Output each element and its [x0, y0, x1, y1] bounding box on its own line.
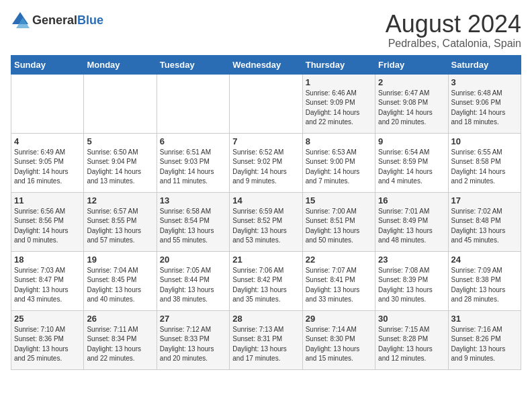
- header-day-monday: Monday: [84, 55, 157, 74]
- calendar-cell: 2Sunrise: 6:47 AM Sunset: 9:08 PM Daylig…: [375, 74, 448, 133]
- day-info: Sunrise: 6:52 AM Sunset: 9:02 PM Dayligh…: [232, 148, 299, 187]
- calendar-cell: 15Sunrise: 7:00 AM Sunset: 8:51 PM Dayli…: [302, 192, 375, 251]
- day-info: Sunrise: 7:01 AM Sunset: 8:49 PM Dayligh…: [378, 207, 445, 246]
- header-day-tuesday: Tuesday: [157, 55, 229, 74]
- calendar-header: SundayMondayTuesdayWednesdayThursdayFrid…: [11, 55, 521, 74]
- day-info: Sunrise: 7:16 AM Sunset: 8:26 PM Dayligh…: [451, 325, 518, 364]
- calendar-cell: 21Sunrise: 7:06 AM Sunset: 8:42 PM Dayli…: [230, 251, 302, 310]
- day-number: 15: [306, 195, 372, 205]
- logo: GeneralBlue: [11, 11, 103, 30]
- day-info: Sunrise: 7:07 AM Sunset: 8:41 PM Dayligh…: [306, 266, 372, 305]
- day-number: 21: [232, 255, 299, 265]
- calendar-body: 1Sunrise: 6:46 AM Sunset: 9:09 PM Daylig…: [11, 74, 521, 369]
- day-number: 17: [451, 195, 518, 205]
- day-info: Sunrise: 7:02 AM Sunset: 8:48 PM Dayligh…: [451, 207, 518, 246]
- day-number: 1: [306, 77, 372, 87]
- day-number: 30: [378, 314, 445, 324]
- header-day-saturday: Saturday: [448, 55, 521, 74]
- day-info: Sunrise: 6:47 AM Sunset: 9:08 PM Dayligh…: [378, 89, 445, 128]
- calendar-cell: 30Sunrise: 7:15 AM Sunset: 8:28 PM Dayli…: [375, 310, 448, 369]
- calendar-cell: 29Sunrise: 7:14 AM Sunset: 8:30 PM Dayli…: [302, 310, 375, 369]
- day-number: 9: [378, 136, 445, 146]
- day-info: Sunrise: 7:03 AM Sunset: 8:47 PM Dayligh…: [14, 266, 81, 305]
- header-row: SundayMondayTuesdayWednesdayThursdayFrid…: [11, 55, 521, 74]
- day-number: 13: [160, 195, 226, 205]
- calendar-cell: 28Sunrise: 7:13 AM Sunset: 8:31 PM Dayli…: [230, 310, 302, 369]
- calendar-cell: 12Sunrise: 6:57 AM Sunset: 8:55 PM Dayli…: [84, 192, 157, 251]
- day-number: 19: [87, 255, 153, 265]
- calendar-cell: 24Sunrise: 7:09 AM Sunset: 8:38 PM Dayli…: [448, 251, 521, 310]
- calendar-cell: 11Sunrise: 6:56 AM Sunset: 8:56 PM Dayli…: [11, 192, 84, 251]
- day-info: Sunrise: 7:04 AM Sunset: 8:45 PM Dayligh…: [87, 266, 153, 305]
- week-row-5: 25Sunrise: 7:10 AM Sunset: 8:36 PM Dayli…: [11, 310, 521, 369]
- day-number: 31: [451, 314, 518, 324]
- day-info: Sunrise: 6:58 AM Sunset: 8:54 PM Dayligh…: [160, 207, 226, 246]
- day-number: 3: [451, 77, 518, 87]
- day-info: Sunrise: 6:51 AM Sunset: 9:03 PM Dayligh…: [160, 148, 226, 187]
- day-info: Sunrise: 7:00 AM Sunset: 8:51 PM Dayligh…: [306, 207, 372, 246]
- day-info: Sunrise: 6:56 AM Sunset: 8:56 PM Dayligh…: [14, 207, 81, 246]
- day-number: 23: [378, 255, 445, 265]
- day-number: 7: [232, 136, 299, 146]
- day-info: Sunrise: 6:59 AM Sunset: 8:52 PM Dayligh…: [232, 207, 299, 246]
- calendar-cell: 17Sunrise: 7:02 AM Sunset: 8:48 PM Dayli…: [448, 192, 521, 251]
- day-number: 6: [160, 136, 226, 146]
- day-number: 10: [451, 136, 518, 146]
- day-number: 8: [306, 136, 372, 146]
- calendar-cell: 6Sunrise: 6:51 AM Sunset: 9:03 PM Daylig…: [157, 133, 229, 192]
- day-number: 14: [232, 195, 299, 205]
- calendar-cell: 7Sunrise: 6:52 AM Sunset: 9:02 PM Daylig…: [230, 133, 302, 192]
- logo-icon: [11, 11, 30, 30]
- day-info: Sunrise: 7:11 AM Sunset: 8:34 PM Dayligh…: [87, 325, 153, 364]
- day-number: 2: [378, 77, 445, 87]
- day-number: 4: [14, 136, 81, 146]
- logo-text-general: General: [32, 13, 77, 27]
- day-number: 18: [14, 255, 81, 265]
- week-row-1: 1Sunrise: 6:46 AM Sunset: 9:09 PM Daylig…: [11, 74, 521, 133]
- day-info: Sunrise: 7:12 AM Sunset: 8:33 PM Dayligh…: [160, 325, 226, 364]
- calendar-subtitle: Pedralbes, Catalonia, Spain: [386, 38, 521, 50]
- day-info: Sunrise: 7:13 AM Sunset: 8:31 PM Dayligh…: [232, 325, 299, 364]
- day-number: 22: [306, 255, 372, 265]
- calendar-cell: 3Sunrise: 6:48 AM Sunset: 9:06 PM Daylig…: [448, 74, 521, 133]
- calendar-cell: [157, 74, 229, 133]
- day-number: 12: [87, 195, 153, 205]
- day-number: 29: [306, 314, 372, 324]
- calendar-cell: 27Sunrise: 7:12 AM Sunset: 8:33 PM Dayli…: [157, 310, 229, 369]
- day-info: Sunrise: 7:05 AM Sunset: 8:44 PM Dayligh…: [160, 266, 226, 305]
- day-number: 16: [378, 195, 445, 205]
- header-day-sunday: Sunday: [11, 55, 84, 74]
- calendar-cell: 26Sunrise: 7:11 AM Sunset: 8:34 PM Dayli…: [84, 310, 157, 369]
- week-row-4: 18Sunrise: 7:03 AM Sunset: 8:47 PM Dayli…: [11, 251, 521, 310]
- calendar-cell: 8Sunrise: 6:53 AM Sunset: 9:00 PM Daylig…: [302, 133, 375, 192]
- day-number: 5: [87, 136, 153, 146]
- day-number: 26: [87, 314, 153, 324]
- week-row-2: 4Sunrise: 6:49 AM Sunset: 9:05 PM Daylig…: [11, 133, 521, 192]
- title-area: August 2024 Pedralbes, Catalonia, Spain: [386, 11, 521, 50]
- day-number: 20: [160, 255, 226, 265]
- day-number: 25: [14, 314, 81, 324]
- day-info: Sunrise: 7:14 AM Sunset: 8:30 PM Dayligh…: [306, 325, 372, 364]
- calendar-cell: 5Sunrise: 6:50 AM Sunset: 9:04 PM Daylig…: [84, 133, 157, 192]
- calendar-cell: 1Sunrise: 6:46 AM Sunset: 9:09 PM Daylig…: [302, 74, 375, 133]
- calendar-cell: [11, 74, 84, 133]
- calendar-cell: 16Sunrise: 7:01 AM Sunset: 8:49 PM Dayli…: [375, 192, 448, 251]
- header-day-wednesday: Wednesday: [230, 55, 302, 74]
- header-day-friday: Friday: [375, 55, 448, 74]
- day-number: 24: [451, 255, 518, 265]
- calendar-cell: 20Sunrise: 7:05 AM Sunset: 8:44 PM Dayli…: [157, 251, 229, 310]
- day-info: Sunrise: 7:08 AM Sunset: 8:39 PM Dayligh…: [378, 266, 445, 305]
- calendar-cell: 4Sunrise: 6:49 AM Sunset: 9:05 PM Daylig…: [11, 133, 84, 192]
- day-info: Sunrise: 7:10 AM Sunset: 8:36 PM Dayligh…: [14, 325, 81, 364]
- calendar-cell: 9Sunrise: 6:54 AM Sunset: 8:59 PM Daylig…: [375, 133, 448, 192]
- day-info: Sunrise: 7:15 AM Sunset: 8:28 PM Dayligh…: [378, 325, 445, 364]
- day-info: Sunrise: 6:55 AM Sunset: 8:58 PM Dayligh…: [451, 148, 518, 187]
- calendar-cell: 23Sunrise: 7:08 AM Sunset: 8:39 PM Dayli…: [375, 251, 448, 310]
- calendar-cell: 19Sunrise: 7:04 AM Sunset: 8:45 PM Dayli…: [84, 251, 157, 310]
- day-info: Sunrise: 6:49 AM Sunset: 9:05 PM Dayligh…: [14, 148, 81, 187]
- day-info: Sunrise: 6:50 AM Sunset: 9:04 PM Dayligh…: [87, 148, 153, 187]
- logo-text-blue: Blue: [77, 13, 103, 27]
- calendar-table: SundayMondayTuesdayWednesdayThursdayFrid…: [11, 55, 521, 370]
- calendar-cell: 13Sunrise: 6:58 AM Sunset: 8:54 PM Dayli…: [157, 192, 229, 251]
- day-info: Sunrise: 6:48 AM Sunset: 9:06 PM Dayligh…: [451, 89, 518, 128]
